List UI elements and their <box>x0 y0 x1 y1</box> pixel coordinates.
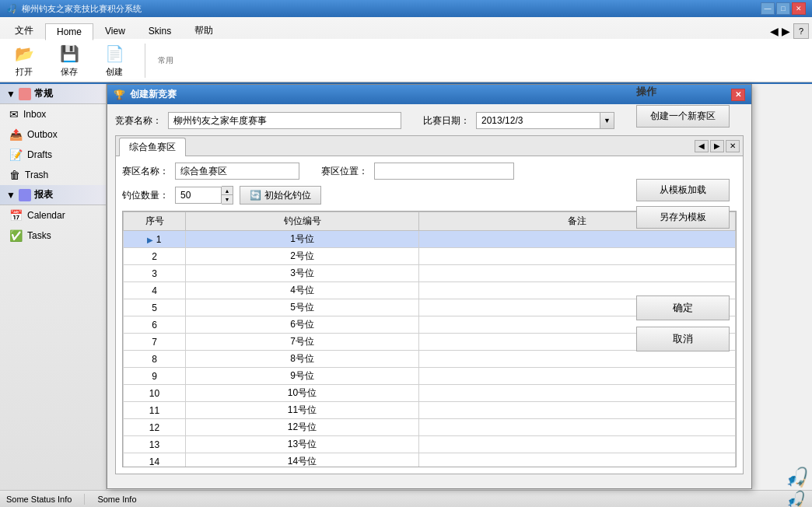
open-icon: 📂 <box>13 43 35 65</box>
contest-date-input[interactable] <box>476 112 600 129</box>
title-bar: 🎣 柳州钓友之家竞技比赛积分系统 — □ ✕ <box>0 0 812 17</box>
ribbon-right-buttons: ◀ ▶ ? <box>770 23 809 39</box>
cancel-button[interactable]: 取消 <box>636 327 730 351</box>
zone-name-input[interactable] <box>175 163 299 180</box>
outbox-icon: 📤 <box>9 128 23 141</box>
main-dialog: 🏆 创建新竞赛 ✕ 竞赛名称： 比赛日期： ▼ <box>107 84 752 489</box>
table-row[interactable]: 1010号位 <box>124 385 736 402</box>
status-bar: Some Status Info Some Info 🎣 <box>0 490 812 507</box>
normal-section-icon: ▼ <box>6 89 16 100</box>
ribbon-help-button[interactable]: ? <box>793 23 809 39</box>
table-row[interactable]: 1111号位 <box>124 402 736 419</box>
table-cell-seq: 4 <box>124 282 186 299</box>
table-row[interactable]: 1313号位 <box>124 436 736 453</box>
normal-section-label: 常规 <box>34 87 53 100</box>
inbox-icon: ✉ <box>9 108 19 121</box>
bottom-logo-icon: 🎣 <box>786 491 806 508</box>
zone-location-label: 赛区位置： <box>321 165 368 178</box>
table-row[interactable]: 1414号位 <box>124 453 736 468</box>
load-template-button[interactable]: 从模板加载 <box>636 179 730 201</box>
open-button[interactable]: 📂 打开 <box>6 40 42 80</box>
fish-count-input[interactable] <box>175 187 222 204</box>
main-layout: ▼ 常规 ✉ Inbox 📤 Outbox 📝 Drafts 🗑 Trash ▼… <box>0 84 812 491</box>
tab-home[interactable]: Home <box>45 23 93 40</box>
sidebar: ▼ 常规 ✉ Inbox 📤 Outbox 📝 Drafts 🗑 Trash ▼… <box>0 84 107 491</box>
table-cell-num: 5号位 <box>186 299 419 316</box>
drafts-icon: 📝 <box>9 149 23 161</box>
table-cell-seq: 2 <box>124 248 186 265</box>
table-cell-seq: 14 <box>124 453 186 468</box>
sidebar-item-drafts[interactable]: 📝 Drafts <box>0 145 106 165</box>
sidebar-item-inbox[interactable]: ✉ Inbox <box>0 104 106 124</box>
save-button[interactable]: 💾 保存 <box>51 40 87 80</box>
tab-file[interactable]: 文件 <box>3 22 45 39</box>
inbox-label: Inbox <box>23 109 46 120</box>
sidebar-item-tasks[interactable]: ✅ Tasks <box>0 226 106 246</box>
date-dropdown-arrow[interactable]: ▼ <box>600 112 614 129</box>
save-template-button[interactable]: 另存为模板 <box>636 206 730 229</box>
init-btn-label: 初始化钓位 <box>264 189 311 202</box>
create-zone-button[interactable]: 创建一个新赛区 <box>636 105 730 128</box>
status-right: Some Info <box>97 495 136 504</box>
status-left: Some Status Info <box>6 495 72 504</box>
drafts-label: Drafts <box>27 149 52 160</box>
contest-date-label: 比赛日期： <box>423 114 470 128</box>
inner-tab-zone[interactable]: 综合鱼赛区 <box>119 138 186 156</box>
table-cell-seq: 7 <box>124 334 186 351</box>
new-button[interactable]: 📄 创建 <box>96 40 132 80</box>
trash-label: Trash <box>25 170 48 180</box>
outbox-label: Outbox <box>27 129 58 140</box>
tab-skins[interactable]: Skins <box>137 22 183 39</box>
table-cell-num: 14号位 <box>186 453 419 468</box>
save-label: 保存 <box>61 66 78 78</box>
table-cell-num: 2号位 <box>186 248 419 265</box>
table-cell-note <box>419 385 736 402</box>
calendar-icon: 📅 <box>9 209 23 222</box>
right-panel: 操作 创建一个新赛区 从模板加载 另存为模板 确定 取消 <box>636 85 745 356</box>
table-cell-num: 12号位 <box>186 419 419 436</box>
ribbon-separator <box>145 44 145 78</box>
spinner-down[interactable]: ▼ <box>222 195 233 204</box>
sidebar-item-outbox[interactable]: 📤 Outbox <box>0 124 106 145</box>
close-button[interactable]: ✕ <box>792 2 806 15</box>
zone-name-label: 赛区名称： <box>122 165 169 178</box>
dialog-main-area: 综合鱼赛区 ◀ ▶ ✕ 赛区名称： <box>115 135 744 481</box>
sidebar-item-calendar[interactable]: 📅 Calendar <box>0 205 106 226</box>
ribbon-nav-forward[interactable]: ▶ <box>782 25 790 37</box>
sidebar-item-trash[interactable]: 🗑 Trash <box>0 165 106 185</box>
app-icon: 🎣 <box>6 4 17 14</box>
table-cell-num: 11号位 <box>186 402 419 419</box>
table-cell-num: 7号位 <box>186 334 419 351</box>
dialog-title: 创建新竞赛 <box>130 88 177 101</box>
table-cell-seq: ▶ 1 <box>124 231 186 248</box>
table-cell-note <box>419 419 736 436</box>
dialog-icon: 🏆 <box>114 89 125 100</box>
ribbon-nav-back[interactable]: ◀ <box>770 25 779 37</box>
tasks-icon: ✅ <box>9 229 23 242</box>
table-row[interactable]: 1212号位 <box>124 419 736 436</box>
minimize-button[interactable]: — <box>761 2 775 15</box>
zone-location-input[interactable] <box>374 163 514 180</box>
title-bar-left: 🎣 柳州钓友之家竞技比赛积分系统 <box>6 3 142 15</box>
table-cell-note <box>419 368 736 385</box>
table-row[interactable]: 99号位 <box>124 368 736 385</box>
maximize-button[interactable]: □ <box>776 2 790 15</box>
table-cell-seq: 8 <box>124 351 186 368</box>
sidebar-section-reports[interactable]: ▼ 报表 <box>0 185 106 205</box>
ribbon-group-label: 常用 <box>158 55 173 66</box>
init-position-button[interactable]: 🔄 初始化钓位 <box>240 186 321 205</box>
ribbon: 文件 Home View Skins 帮助 ◀ ▶ ? 📂 打开 💾 保存 📄 … <box>0 17 812 84</box>
confirm-button[interactable]: 确定 <box>636 295 730 320</box>
app-title: 柳州钓友之家竞技比赛积分系统 <box>22 3 142 15</box>
spinner-up[interactable]: ▲ <box>222 187 233 195</box>
sidebar-section-normal[interactable]: ▼ 常规 <box>0 84 106 104</box>
tab-view[interactable]: View <box>93 22 137 39</box>
new-icon: 📄 <box>103 43 125 65</box>
open-label: 打开 <box>16 66 33 78</box>
tab-help[interactable]: 帮助 <box>183 22 225 39</box>
contest-name-input[interactable] <box>168 112 401 129</box>
table-cell-seq: 3 <box>124 265 186 282</box>
table-cell-num: 13号位 <box>186 436 419 453</box>
reports-section-img <box>19 189 31 201</box>
table-cell-num: 9号位 <box>186 368 419 385</box>
